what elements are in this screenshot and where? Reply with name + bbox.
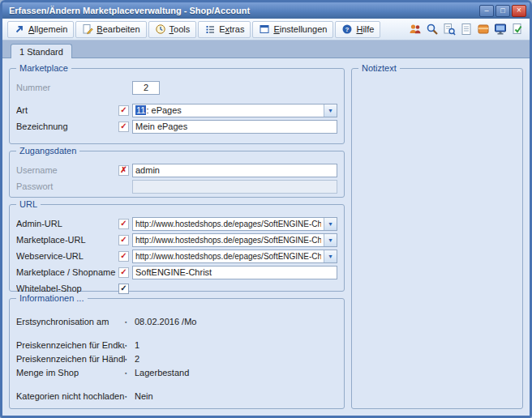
bullet-icon: ▪ bbox=[125, 356, 135, 362]
titlebar[interactable]: Erfassen/Ändern Marketplaceverwaltung - … bbox=[2, 2, 530, 19]
group-url: URL Admin-URL ✓ ▼ Marketplace-URL ✓ ▼ bbox=[9, 204, 345, 292]
monitor-icon[interactable] bbox=[493, 22, 508, 36]
group-informationen: Informationen ... Erstsynchronisation am… bbox=[9, 298, 345, 409]
art-row: Art ✓ 11 : ePages ▼ bbox=[16, 103, 337, 117]
toolbar: Allgemein Bearbeiten Tools Extras Einste… bbox=[2, 19, 530, 41]
document-icon[interactable] bbox=[459, 22, 474, 36]
close-icon: × bbox=[517, 6, 521, 15]
menu-item-extras[interactable]: Extras bbox=[198, 21, 251, 38]
webservice-url-input[interactable] bbox=[133, 250, 324, 262]
field-check-icon[interactable]: ✓ bbox=[118, 235, 129, 245]
minimize-button[interactable]: – bbox=[479, 5, 494, 17]
tab-standard[interactable]: 1 Standard bbox=[11, 44, 72, 58]
info-row: Erstsynchronisation am ▪ 08.02.2016 /Mo bbox=[16, 315, 337, 328]
shopname-input[interactable] bbox=[132, 266, 337, 279]
info-row: Preiskennzeichen für Endkunden ▪ 1 bbox=[16, 339, 337, 352]
close-button[interactable]: × bbox=[512, 5, 526, 17]
checkbox-check-icon: ✓ bbox=[120, 284, 127, 292]
field-label: Nummer bbox=[16, 83, 118, 92]
bullet-icon: ▪ bbox=[125, 394, 135, 399]
search-icon[interactable] bbox=[425, 22, 440, 36]
info-row: Kategorien nicht hochladen ▪ Nein bbox=[16, 390, 337, 403]
bezeichnung-row: Bezeichnung ✓ bbox=[16, 119, 337, 134]
field-check-icon[interactable]: ✓ bbox=[118, 251, 129, 262]
info-label: Kategorien nicht hochladen bbox=[16, 391, 125, 401]
menu-item-hilfe[interactable]: ? Hilfe bbox=[335, 21, 380, 38]
group-title: URL bbox=[16, 199, 41, 209]
dropdown-arrow-icon[interactable]: ▼ bbox=[324, 104, 337, 117]
field-label: Username bbox=[16, 165, 118, 175]
field-label: Admin-URL bbox=[16, 219, 118, 228]
field-check-icon[interactable]: ✓ bbox=[118, 105, 129, 116]
app-window: Erfassen/Ändern Marketplaceverwaltung - … bbox=[0, 0, 532, 418]
menu-item-label: Einstellungen bbox=[273, 24, 327, 34]
field-check-icon[interactable]: ✓ bbox=[118, 122, 129, 132]
info-row: Preiskennzeichen für Händler ▪ 2 bbox=[16, 352, 337, 365]
dropdown-arrow-icon[interactable]: ▼ bbox=[324, 218, 337, 230]
bullet-icon: ▪ bbox=[125, 343, 135, 348]
menu-item-tools[interactable]: Tools bbox=[148, 21, 197, 38]
info-value: Nein bbox=[135, 391, 153, 401]
edit-page-icon bbox=[82, 23, 93, 35]
menu-item-label: Bearbeiten bbox=[97, 24, 139, 34]
window-title: Erfassen/Ändern Marketplaceverwaltung - … bbox=[9, 6, 250, 15]
field-check-icon[interactable]: ✓ bbox=[118, 267, 129, 278]
dropdown-arrow-icon[interactable]: ▼ bbox=[324, 250, 337, 262]
window-controls: – □ × bbox=[479, 5, 526, 17]
arrow-up-right-icon bbox=[14, 23, 25, 35]
svg-text:?: ? bbox=[345, 26, 350, 33]
admin-url-input[interactable] bbox=[133, 218, 324, 230]
username-input[interactable] bbox=[132, 164, 337, 177]
field-label: Bezeichnung bbox=[16, 122, 118, 131]
whitelabel-checkbox[interactable]: ✓ bbox=[118, 284, 129, 294]
username-row: Username ✗ bbox=[16, 163, 337, 177]
document-search-icon[interactable] bbox=[442, 22, 457, 36]
document-check-icon[interactable] bbox=[510, 22, 525, 36]
art-combobox[interactable]: 11 : ePages ▼ bbox=[132, 104, 337, 117]
users-icon[interactable] bbox=[408, 22, 423, 36]
passwort-input bbox=[132, 180, 337, 194]
menu-item-label: Extras bbox=[219, 24, 244, 34]
field-label: Marketplace / Shopname bbox=[16, 267, 118, 277]
bullet-icon: ▪ bbox=[125, 370, 135, 376]
info-row: Menge im Shop ▪ Lagerbestand bbox=[16, 366, 337, 379]
content-panel: Marketplace Nummer Art ✓ 11 : ePages ▼ B… bbox=[2, 58, 530, 416]
bezeichnung-input[interactable] bbox=[132, 120, 337, 134]
notiztext-area[interactable] bbox=[358, 80, 516, 403]
passwort-row: Passwort bbox=[16, 179, 337, 194]
shopname-row: Marketplace / Shopname ✓ bbox=[16, 265, 337, 279]
marketplace-url-input[interactable] bbox=[133, 234, 324, 246]
field-cross-icon[interactable]: ✗ bbox=[118, 165, 129, 176]
field-label: Marketplace-URL bbox=[16, 235, 118, 245]
dropdown-arrow-icon[interactable]: ▼ bbox=[324, 234, 337, 246]
nummer-input[interactable] bbox=[132, 81, 160, 95]
right-column: Notiztext bbox=[351, 68, 523, 409]
minimize-icon: – bbox=[484, 7, 488, 15]
field-label: Webservice-URL bbox=[16, 251, 118, 261]
toolbar-right-icons bbox=[408, 22, 525, 36]
clock-icon bbox=[155, 23, 166, 35]
field-check-icon[interactable]: ✓ bbox=[118, 219, 129, 229]
webservice-url-row: Webservice-URL ✓ ▼ bbox=[16, 249, 337, 263]
info-label: Erstsynchronisation am bbox=[16, 317, 125, 326]
info-value: 2 bbox=[135, 354, 139, 364]
package-icon[interactable] bbox=[476, 22, 491, 36]
window-icon bbox=[259, 23, 270, 35]
menu-item-label: Allgemein bbox=[28, 24, 67, 34]
group-title: Informationen ... bbox=[16, 293, 88, 303]
info-value: 08.02.2016 /Mo bbox=[135, 317, 196, 326]
menu-item-allgemein[interactable]: Allgemein bbox=[7, 21, 74, 38]
field-label: Whitelabel-Shop bbox=[16, 284, 118, 293]
help-icon: ? bbox=[341, 23, 353, 35]
info-value: Lagerbestand bbox=[135, 368, 189, 377]
menu-item-einstellungen[interactable]: Einstellungen bbox=[252, 21, 333, 38]
marketplace-url-field: ▼ bbox=[132, 233, 337, 247]
maximize-icon: □ bbox=[500, 7, 504, 15]
info-value: 1 bbox=[135, 340, 139, 350]
menu-item-label: Hilfe bbox=[356, 24, 374, 34]
marketplace-url-row: Marketplace-URL ✓ ▼ bbox=[16, 232, 337, 247]
combo-selected-text: 11 bbox=[135, 105, 146, 115]
maximize-button[interactable]: □ bbox=[496, 5, 510, 17]
field-label: Passwort bbox=[16, 181, 118, 191]
menu-item-bearbeiten[interactable]: Bearbeiten bbox=[75, 21, 146, 38]
